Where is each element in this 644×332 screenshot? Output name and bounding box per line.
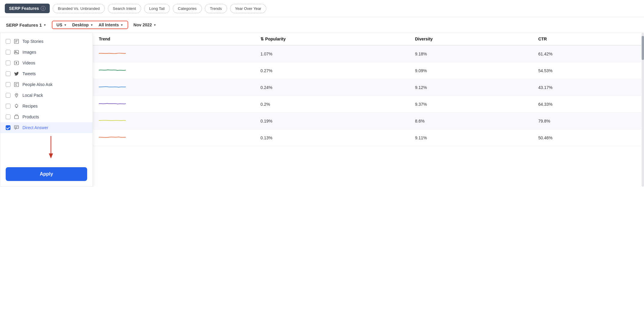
scroll-track — [642, 33, 644, 187]
date-label: Nov 2022 — [134, 22, 152, 27]
dropdown-item-direct-answer[interactable]: Direct Answer — [0, 122, 93, 133]
checkbox-products[interactable] — [6, 114, 10, 119]
svg-rect-15 — [15, 116, 19, 119]
trend-sparkline — [99, 83, 126, 90]
popularity-cell: 0.13% — [254, 129, 409, 146]
checkbox-recipes[interactable] — [6, 104, 10, 108]
table-row: 0.13%9.11%50.46% — [93, 129, 641, 146]
intent-label: All Intents — [99, 22, 119, 27]
trend-cell — [93, 45, 254, 62]
filter-count-badge: 1 — [39, 22, 42, 28]
svg-marker-7 — [16, 62, 17, 64]
top-stories-icon — [13, 38, 19, 44]
tab-categories[interactable]: Categories — [173, 4, 202, 13]
ctr-cell: 79.8% — [532, 113, 641, 129]
col-diversity[interactable]: Diversity — [409, 33, 532, 45]
trend-cell — [93, 113, 254, 129]
diversity-cell: 9.11% — [409, 129, 532, 146]
col-trend[interactable]: Trend — [93, 33, 254, 45]
dropdown-item-tweets[interactable]: Tweets — [0, 68, 93, 79]
dropdown-item-local-pack[interactable]: Local Pack — [0, 90, 93, 101]
videos-icon — [13, 60, 19, 66]
serp-features-chevron: ▼ — [43, 23, 46, 27]
checkbox-people-also-ask[interactable] — [6, 82, 10, 87]
serp-features-tab[interactable]: SERP Features i — [5, 4, 50, 13]
checkbox-videos[interactable] — [6, 61, 10, 65]
dropdown-list: Top Stories Images Videos — [0, 33, 93, 135]
main-content: Top Stories Images Videos — [0, 33, 644, 187]
intent-chevron: ▼ — [120, 23, 123, 27]
dropdown-item-videos[interactable]: Videos — [0, 58, 93, 68]
svg-point-5 — [15, 51, 16, 52]
intent-filter[interactable]: All Intents ▼ — [97, 22, 125, 27]
dropdown-item-recipes[interactable]: Recipes — [0, 101, 93, 111]
popularity-cell: 0.24% — [254, 79, 409, 96]
videos-label: Videos — [22, 61, 35, 65]
serp-features-filter-label: SERP Features 1 — [6, 22, 42, 28]
diversity-cell: 9.37% — [409, 96, 532, 113]
tab-search-intent[interactable]: Search Intent — [108, 4, 141, 13]
serp-features-filter[interactable]: SERP Features 1 ▼ — [5, 22, 48, 28]
checkbox-direct-answer[interactable] — [6, 125, 10, 130]
diversity-cell: 8.6% — [409, 113, 532, 129]
col-ctr[interactable]: CTR — [532, 33, 641, 45]
images-label: Images — [22, 50, 36, 55]
filter-bar: SERP Features 1 ▼ US ▼ Desktop ▼ All Int… — [0, 17, 644, 33]
people-also-ask-icon — [13, 82, 19, 87]
apply-button[interactable]: Apply — [6, 167, 87, 181]
device-filter[interactable]: Desktop ▼ — [71, 22, 94, 27]
tweets-icon — [13, 71, 19, 77]
location-filter[interactable]: US ▼ — [55, 22, 68, 27]
serp-features-label: SERP Features — [9, 6, 39, 11]
checkbox-top-stories[interactable] — [6, 39, 10, 44]
trend-sparkline — [99, 50, 126, 57]
ctr-cell: 50.46% — [532, 129, 641, 146]
dropdown-item-top-stories[interactable]: Top Stories — [0, 36, 93, 47]
table-row: 0.24%9.12%43.17% — [93, 79, 641, 96]
checkbox-tweets[interactable] — [6, 71, 10, 76]
tab-year-over-year[interactable]: Year Over Year — [230, 4, 267, 13]
products-icon — [13, 114, 19, 120]
trend-sparkline — [99, 134, 126, 141]
date-filter[interactable]: Nov 2022 ▼ — [132, 22, 158, 27]
location-label: US — [57, 22, 62, 27]
dropdown-item-images[interactable]: Images — [0, 47, 93, 58]
checkbox-local-pack[interactable] — [6, 93, 10, 98]
local-pack-icon — [13, 92, 19, 98]
info-icon: i — [41, 6, 46, 11]
popularity-cell: 0.19% — [254, 113, 409, 129]
popularity-cell: 0.2% — [254, 96, 409, 113]
svg-rect-16 — [14, 126, 19, 129]
table-header-row: Trend ⇅ Popularity Diversity CTR — [93, 33, 641, 45]
scroll-thumb[interactable] — [642, 36, 644, 60]
scrollbar[interactable] — [641, 33, 644, 187]
recipes-label: Recipes — [22, 104, 38, 108]
tab-trends[interactable]: Trends — [205, 4, 227, 13]
table-area: Trend ⇅ Popularity Diversity CTR — [93, 33, 641, 187]
popularity-cell: 1.07% — [254, 45, 409, 62]
direct-answer-icon — [13, 125, 19, 131]
trend-cell — [93, 79, 254, 96]
ctr-cell: 54.53% — [532, 62, 641, 79]
trend-cell — [93, 96, 254, 113]
svg-marker-20 — [49, 153, 53, 159]
top-stories-label: Top Stories — [22, 39, 43, 44]
apply-button-container: Apply — [0, 163, 93, 186]
location-chevron: ▼ — [64, 23, 67, 27]
col-popularity[interactable]: ⇅ Popularity — [254, 33, 409, 45]
tab-long-tail[interactable]: Long Tail — [144, 4, 170, 13]
dropdown-item-products[interactable]: Products — [0, 111, 93, 122]
table-row: 1.07%9.18%61.42% — [93, 45, 641, 62]
dropdown-item-people-also-ask[interactable]: People Also Ask — [0, 79, 93, 90]
direct-answer-label: Direct Answer — [22, 125, 48, 130]
serp-features-dropdown: Top Stories Images Videos — [0, 33, 93, 187]
ctr-cell: 64.33% — [532, 96, 641, 113]
top-nav: SERP Features i Branded Vs. Unbranded Se… — [0, 0, 644, 17]
recipes-icon — [13, 103, 19, 109]
table-row: 0.2%9.37%64.33% — [93, 96, 641, 113]
popularity-cell: 0.27% — [254, 62, 409, 79]
data-table: Trend ⇅ Popularity Diversity CTR — [93, 33, 641, 146]
tab-branded-vs-unbranded[interactable]: Branded Vs. Unbranded — [53, 4, 105, 13]
table-row: 0.19%8.6%79.8% — [93, 113, 641, 129]
checkbox-images[interactable] — [6, 50, 10, 55]
